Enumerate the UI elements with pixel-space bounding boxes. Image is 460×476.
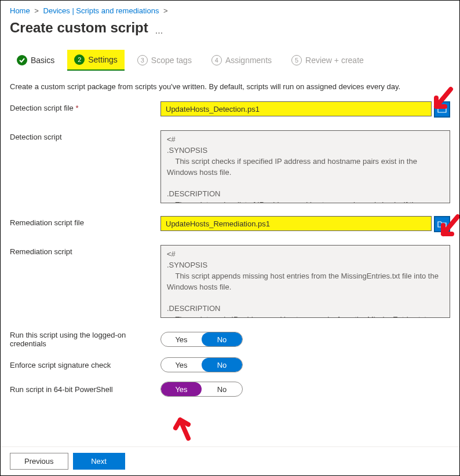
tab-scope-tags[interactable]: 3 Scope tags (130, 50, 199, 70)
description-text: Create a custom script package from scri… (10, 82, 450, 91)
remediation-script-box[interactable]: <# .SYNOPSIS This script appends missing… (160, 245, 450, 318)
toggle-yes[interactable]: Yes (161, 332, 202, 346)
toggle-yes[interactable]: Yes (161, 382, 202, 396)
breadcrumb: Home > Devices | Scripts and remediation… (10, 6, 450, 15)
arrow-annotation-icon (172, 415, 195, 442)
tab-review-create[interactable]: 5 Review + create (284, 50, 371, 70)
breadcrumb-devices[interactable]: Devices | Scripts and remediations (43, 6, 159, 15)
toggle-64bit-powershell[interactable]: Yes No (160, 382, 243, 397)
toggle-enforce-signature[interactable]: Yes No (160, 357, 243, 372)
previous-button[interactable]: Previous (10, 453, 68, 470)
breadcrumb-home[interactable]: Home (10, 6, 30, 15)
check-icon (17, 55, 27, 65)
page-title: Create custom script (10, 20, 148, 36)
label-remediation-file: Remediation script file (10, 216, 160, 227)
step-number-icon: 5 (291, 55, 302, 65)
remediation-file-input[interactable] (160, 216, 432, 231)
step-number-icon: 3 (137, 55, 148, 65)
toggle-no[interactable]: No (202, 358, 242, 372)
browse-detection-button[interactable] (434, 101, 450, 118)
ellipsis-icon[interactable]: ··· (155, 28, 163, 38)
tab-assignments[interactable]: 4 Assignments (205, 50, 279, 70)
folder-icon (437, 221, 447, 228)
toggle-run-logged-on[interactable]: Yes No (160, 332, 243, 347)
label-64bit-powershell: Run script in 64-bit PowerShell (10, 385, 160, 394)
toggle-yes[interactable]: Yes (161, 358, 202, 372)
wizard-tabs: Basics 2 Settings 3 Scope tags 4 Assignm… (10, 50, 450, 71)
step-number-icon: 4 (211, 55, 222, 65)
tab-settings[interactable]: 2 Settings (67, 50, 125, 71)
footer-buttons: Previous Next (1, 446, 459, 475)
tab-basics[interactable]: Basics (10, 50, 61, 70)
folder-icon (437, 106, 447, 113)
label-detection-file: Detection script file * (10, 101, 160, 112)
label-enforce-signature: Enforce script signature check (10, 361, 160, 369)
next-button[interactable]: Next (73, 453, 125, 470)
detection-script-box[interactable]: <# .SYNOPSIS This script checks if speci… (160, 130, 450, 203)
step-number-icon: 2 (74, 54, 85, 65)
browse-remediation-button[interactable] (434, 216, 450, 232)
detection-file-input[interactable] (160, 101, 432, 116)
label-remediation-script: Remediation script (10, 245, 160, 256)
toggle-no[interactable]: No (202, 382, 242, 396)
label-detection-script: Detection script (10, 130, 160, 141)
label-run-logged-on: Run this script using the logged-on cred… (10, 331, 160, 348)
toggle-no[interactable]: No (202, 332, 242, 346)
